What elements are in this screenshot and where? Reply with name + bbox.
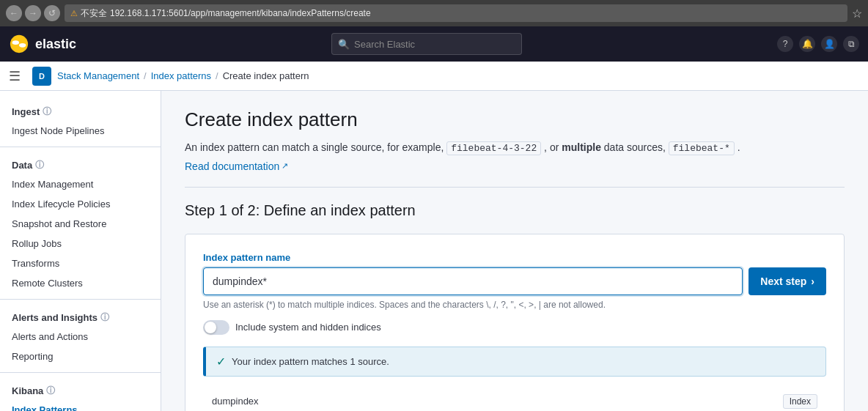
- table-cell-type: Index: [546, 388, 826, 412]
- sidebar: Ingest ⓘ Ingest Node Pipelines Data ⓘ In…: [0, 91, 161, 411]
- sidebar-item-rollup-jobs[interactable]: Rollup Jobs: [0, 234, 161, 253]
- main-layout: Ingest ⓘ Ingest Node Pipelines Data ⓘ In…: [0, 91, 868, 411]
- sidebar-item-alerts-actions[interactable]: Alerts and Actions: [0, 327, 161, 347]
- sidebar-section-title-alerts: Alerts and Insights ⓘ: [0, 306, 161, 327]
- security-warning: ⚠: [70, 9, 78, 18]
- sidebar-divider-3: [0, 372, 161, 373]
- bookmark-icon[interactable]: ☆: [852, 7, 862, 21]
- desc-bold: multiple: [562, 141, 601, 153]
- data-label: Data: [12, 160, 32, 171]
- sidebar-section-ingest: Ingest ⓘ Ingest Node Pipelines: [0, 100, 161, 141]
- input-hint: Use an asterisk (*) to match multiple in…: [203, 300, 826, 310]
- search-icon: 🔍: [338, 39, 350, 50]
- input-row: Next step ›: [203, 267, 826, 295]
- toggle-knob: [205, 322, 216, 333]
- sidebar-item-remote-clusters[interactable]: Remote Clusters: [0, 273, 161, 293]
- desc-mid: , or: [541, 141, 562, 153]
- ingest-label: Ingest: [12, 106, 40, 117]
- success-banner: ✓ Your index pattern matches 1 source.: [203, 347, 826, 377]
- results-table: dumpindex Index: [203, 388, 826, 412]
- kibana-label: Kibana: [12, 385, 43, 396]
- doc-link-label: Read documentation: [185, 160, 279, 172]
- breadcrumb: Stack Management / Index patterns / Crea…: [57, 70, 309, 81]
- search-placeholder: Search Elastic: [354, 39, 415, 50]
- svg-point-0: [10, 35, 28, 53]
- global-search-box[interactable]: 🔍 Search Elastic: [331, 33, 522, 55]
- alerts-help-icon[interactable]: ⓘ: [100, 311, 109, 324]
- address-text: 192.168.1.171:5601/app/management/kibana…: [110, 8, 371, 18]
- back-button[interactable]: ←: [6, 5, 22, 21]
- sidebar-section-kibana: Kibana ⓘ Index Patterns Saved Objects Ta…: [0, 379, 161, 411]
- breadcrumb-index-patterns[interactable]: Index patterns: [151, 70, 211, 81]
- section-divider: [185, 187, 845, 188]
- reload-button[interactable]: ↺: [44, 5, 60, 21]
- elastic-search-bar: 🔍 Search Elastic: [85, 33, 768, 55]
- content-area: Create index pattern An index pattern ca…: [161, 91, 868, 411]
- header-right: ? 🔔 👤 ⧉: [777, 36, 859, 52]
- ingest-help-icon[interactable]: ⓘ: [43, 105, 51, 118]
- index-type-badge: Index: [783, 394, 817, 409]
- success-text: Your index pattern matches 1 source.: [232, 356, 389, 367]
- alerts-label: Alerts and Insights: [12, 312, 98, 323]
- step-title: Step 1 of 2: Define an index pattern: [185, 202, 845, 219]
- sidebar-item-index-lifecycle-policies[interactable]: Index Lifecycle Policies: [0, 194, 161, 214]
- index-matches-table: dumpindex Index: [203, 388, 826, 412]
- breadcrumb-sep-1: /: [144, 70, 147, 81]
- sidebar-item-transforms[interactable]: Transforms: [0, 253, 161, 273]
- next-icon: ›: [811, 275, 814, 287]
- sidebar-divider-2: [0, 299, 161, 300]
- help-icon[interactable]: ?: [777, 36, 793, 52]
- form-card: Index pattern name Next step › Use an as…: [185, 234, 845, 412]
- breadcrumb-sep-2: /: [216, 70, 218, 81]
- hamburger-button[interactable]: ☰: [9, 68, 21, 84]
- sidebar-section-title-ingest: Ingest ⓘ: [0, 100, 161, 121]
- share-icon[interactable]: ⧉: [843, 36, 859, 52]
- elastic-header: elastic 🔍 Search Elastic ? 🔔 👤 ⧉: [0, 26, 868, 62]
- page-description: An index pattern can match a single sour…: [185, 140, 845, 156]
- address-bar[interactable]: ⚠ 不安全 192.168.1.171:5601/app/management/…: [65, 4, 847, 22]
- kibana-toolbar: ☰ D Stack Management / Index patterns / …: [0, 62, 868, 91]
- svg-point-1: [12, 40, 19, 45]
- svg-point-2: [19, 43, 26, 48]
- page-title: Create index pattern: [185, 108, 845, 131]
- table-row: dumpindex Index: [203, 388, 826, 412]
- elastic-logo-svg: [9, 34, 29, 54]
- sidebar-item-ingest-node-pipelines[interactable]: Ingest Node Pipelines: [0, 121, 161, 141]
- sidebar-item-snapshot-restore[interactable]: Snapshot and Restore: [0, 214, 161, 234]
- browser-controls: ← → ↺: [6, 5, 60, 21]
- sidebar-divider-1: [0, 147, 161, 147]
- breadcrumb-stack-management[interactable]: Stack Management: [57, 70, 139, 81]
- warning-text: 不安全: [81, 7, 107, 20]
- breadcrumb-current: Create index pattern: [223, 70, 309, 81]
- sidebar-item-reporting[interactable]: Reporting: [0, 347, 161, 366]
- toggle-row: Include system and hidden indices: [203, 320, 826, 335]
- sidebar-section-alerts-insights: Alerts and Insights ⓘ Alerts and Actions…: [0, 306, 161, 366]
- sidebar-section-data: Data ⓘ Index Management Index Lifecycle …: [0, 153, 161, 293]
- doc-link[interactable]: Read documentation ↗: [185, 160, 288, 172]
- desc-prefix: An index pattern can match a single sour…: [185, 141, 446, 153]
- elastic-logo[interactable]: elastic: [9, 34, 76, 54]
- sidebar-item-index-management[interactable]: Index Management: [0, 174, 161, 194]
- space-badge[interactable]: D: [32, 67, 51, 86]
- sidebar-item-index-patterns[interactable]: Index Patterns: [0, 400, 161, 411]
- kibana-help-icon[interactable]: ⓘ: [46, 385, 55, 397]
- sidebar-section-title-data: Data ⓘ: [0, 153, 161, 174]
- data-help-icon[interactable]: ⓘ: [35, 159, 44, 171]
- user-icon[interactable]: 👤: [821, 36, 837, 52]
- browser-actions: ☆: [852, 7, 862, 21]
- sidebar-section-title-kibana: Kibana ⓘ: [0, 379, 161, 400]
- forward-button[interactable]: →: [25, 5, 41, 21]
- next-step-button[interactable]: Next step ›: [749, 267, 826, 295]
- table-cell-name: dumpindex: [203, 388, 546, 412]
- index-pattern-input[interactable]: [203, 267, 743, 295]
- index-pattern-label: Index pattern name: [203, 252, 826, 263]
- desc-suffix: data sources,: [601, 141, 666, 153]
- external-link-icon: ↗: [282, 161, 288, 171]
- elastic-wordmark: elastic: [35, 37, 76, 52]
- browser-bar: ← → ↺ ⚠ 不安全 192.168.1.171:5601/app/manag…: [0, 0, 868, 26]
- notification-icon[interactable]: 🔔: [799, 36, 815, 52]
- desc-end: .: [735, 141, 740, 153]
- toggle-label: Include system and hidden indices: [235, 322, 381, 333]
- system-indices-toggle[interactable]: [203, 320, 229, 335]
- desc-example1: filebeat-4-3-22: [446, 141, 541, 155]
